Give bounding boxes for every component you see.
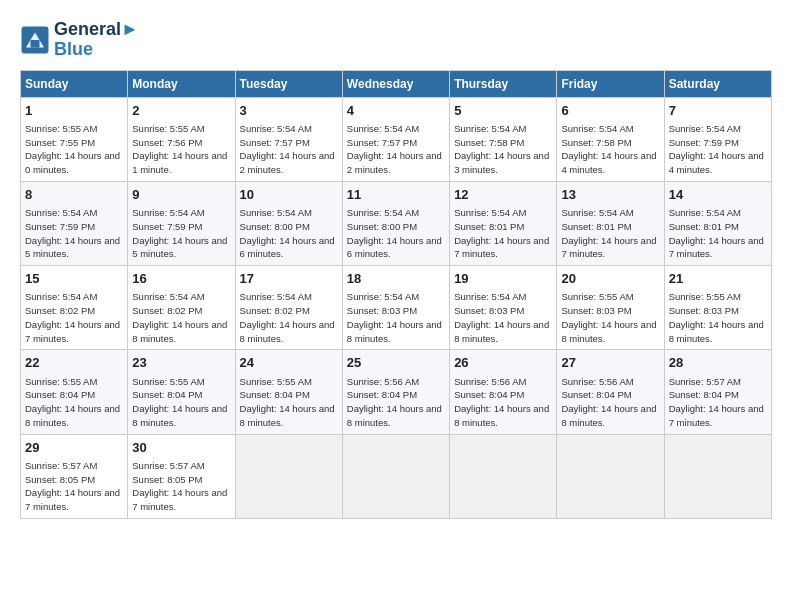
- day-info: Sunrise: 5:54 AM Sunset: 8:02 PM Dayligh…: [25, 290, 123, 345]
- sunrise-label: Sunrise: 5:54 AM: [132, 207, 204, 218]
- calendar-day-cell: [235, 434, 342, 518]
- day-number: 9: [132, 186, 230, 204]
- day-info: Sunrise: 5:55 AM Sunset: 8:03 PM Dayligh…: [561, 290, 659, 345]
- daylight-label: Daylight: 14 hours and 8 minutes.: [561, 319, 656, 344]
- day-info: Sunrise: 5:54 AM Sunset: 8:02 PM Dayligh…: [240, 290, 338, 345]
- calendar-day-cell: 21 Sunrise: 5:55 AM Sunset: 8:03 PM Dayl…: [664, 266, 771, 350]
- sunrise-label: Sunrise: 5:54 AM: [347, 207, 419, 218]
- daylight-label: Daylight: 14 hours and 4 minutes.: [669, 150, 764, 175]
- day-header-sunday: Sunday: [21, 70, 128, 97]
- day-info: Sunrise: 5:56 AM Sunset: 8:04 PM Dayligh…: [561, 375, 659, 430]
- day-number: 25: [347, 354, 445, 372]
- sunset-label: Sunset: 8:04 PM: [240, 389, 310, 400]
- sunset-label: Sunset: 8:00 PM: [347, 221, 417, 232]
- sunset-label: Sunset: 7:58 PM: [561, 137, 631, 148]
- day-number: 7: [669, 102, 767, 120]
- daylight-label: Daylight: 14 hours and 8 minutes.: [132, 403, 227, 428]
- svg-rect-2: [31, 40, 40, 48]
- day-number: 5: [454, 102, 552, 120]
- daylight-label: Daylight: 14 hours and 6 minutes.: [347, 235, 442, 260]
- sunrise-label: Sunrise: 5:57 AM: [132, 460, 204, 471]
- day-header-saturday: Saturday: [664, 70, 771, 97]
- day-number: 30: [132, 439, 230, 457]
- day-info: Sunrise: 5:54 AM Sunset: 7:58 PM Dayligh…: [454, 122, 552, 177]
- calendar-day-cell: 29 Sunrise: 5:57 AM Sunset: 8:05 PM Dayl…: [21, 434, 128, 518]
- day-number: 6: [561, 102, 659, 120]
- daylight-label: Daylight: 14 hours and 7 minutes.: [669, 235, 764, 260]
- sunrise-label: Sunrise: 5:54 AM: [454, 207, 526, 218]
- day-number: 23: [132, 354, 230, 372]
- day-info: Sunrise: 5:54 AM Sunset: 7:57 PM Dayligh…: [347, 122, 445, 177]
- daylight-label: Daylight: 14 hours and 5 minutes.: [132, 235, 227, 260]
- logo-icon: [20, 25, 50, 55]
- day-info: Sunrise: 5:56 AM Sunset: 8:04 PM Dayligh…: [454, 375, 552, 430]
- calendar-day-cell: [557, 434, 664, 518]
- daylight-label: Daylight: 14 hours and 7 minutes.: [561, 235, 656, 260]
- day-info: Sunrise: 5:54 AM Sunset: 7:59 PM Dayligh…: [25, 206, 123, 261]
- calendar-day-cell: 27 Sunrise: 5:56 AM Sunset: 8:04 PM Dayl…: [557, 350, 664, 434]
- daylight-label: Daylight: 14 hours and 8 minutes.: [347, 403, 442, 428]
- day-info: Sunrise: 5:54 AM Sunset: 8:03 PM Dayligh…: [454, 290, 552, 345]
- day-info: Sunrise: 5:55 AM Sunset: 7:56 PM Dayligh…: [132, 122, 230, 177]
- daylight-label: Daylight: 14 hours and 8 minutes.: [561, 403, 656, 428]
- sunrise-label: Sunrise: 5:54 AM: [347, 123, 419, 134]
- calendar-day-cell: 26 Sunrise: 5:56 AM Sunset: 8:04 PM Dayl…: [450, 350, 557, 434]
- day-header-monday: Monday: [128, 70, 235, 97]
- sunrise-label: Sunrise: 5:55 AM: [240, 376, 312, 387]
- daylight-label: Daylight: 14 hours and 2 minutes.: [347, 150, 442, 175]
- daylight-label: Daylight: 14 hours and 8 minutes.: [669, 319, 764, 344]
- logo: General► Blue: [20, 20, 139, 60]
- calendar-table: SundayMondayTuesdayWednesdayThursdayFrid…: [20, 70, 772, 519]
- day-info: Sunrise: 5:57 AM Sunset: 8:05 PM Dayligh…: [25, 459, 123, 514]
- day-number: 8: [25, 186, 123, 204]
- calendar-day-cell: 28 Sunrise: 5:57 AM Sunset: 8:04 PM Dayl…: [664, 350, 771, 434]
- sunrise-label: Sunrise: 5:55 AM: [669, 291, 741, 302]
- sunrise-label: Sunrise: 5:55 AM: [561, 291, 633, 302]
- sunset-label: Sunset: 8:01 PM: [561, 221, 631, 232]
- calendar-day-cell: 30 Sunrise: 5:57 AM Sunset: 8:05 PM Dayl…: [128, 434, 235, 518]
- calendar-day-cell: [664, 434, 771, 518]
- day-header-wednesday: Wednesday: [342, 70, 449, 97]
- sunrise-label: Sunrise: 5:54 AM: [454, 123, 526, 134]
- day-number: 1: [25, 102, 123, 120]
- daylight-label: Daylight: 14 hours and 7 minutes.: [25, 487, 120, 512]
- sunset-label: Sunset: 7:56 PM: [132, 137, 202, 148]
- daylight-label: Daylight: 14 hours and 5 minutes.: [25, 235, 120, 260]
- daylight-label: Daylight: 14 hours and 7 minutes.: [25, 319, 120, 344]
- sunset-label: Sunset: 7:57 PM: [347, 137, 417, 148]
- calendar-day-cell: 18 Sunrise: 5:54 AM Sunset: 8:03 PM Dayl…: [342, 266, 449, 350]
- day-info: Sunrise: 5:54 AM Sunset: 7:57 PM Dayligh…: [240, 122, 338, 177]
- day-info: Sunrise: 5:57 AM Sunset: 8:04 PM Dayligh…: [669, 375, 767, 430]
- daylight-label: Daylight: 14 hours and 3 minutes.: [454, 150, 549, 175]
- sunset-label: Sunset: 8:04 PM: [454, 389, 524, 400]
- sunrise-label: Sunrise: 5:54 AM: [454, 291, 526, 302]
- sunrise-label: Sunrise: 5:55 AM: [132, 376, 204, 387]
- day-info: Sunrise: 5:55 AM Sunset: 8:04 PM Dayligh…: [25, 375, 123, 430]
- calendar-day-cell: 3 Sunrise: 5:54 AM Sunset: 7:57 PM Dayli…: [235, 97, 342, 181]
- sunset-label: Sunset: 7:59 PM: [132, 221, 202, 232]
- sunrise-label: Sunrise: 5:55 AM: [25, 376, 97, 387]
- sunset-label: Sunset: 7:59 PM: [25, 221, 95, 232]
- calendar-week-row: 8 Sunrise: 5:54 AM Sunset: 7:59 PM Dayli…: [21, 181, 772, 265]
- day-info: Sunrise: 5:55 AM Sunset: 7:55 PM Dayligh…: [25, 122, 123, 177]
- sunset-label: Sunset: 8:01 PM: [669, 221, 739, 232]
- calendar-day-cell: 7 Sunrise: 5:54 AM Sunset: 7:59 PM Dayli…: [664, 97, 771, 181]
- day-info: Sunrise: 5:57 AM Sunset: 8:05 PM Dayligh…: [132, 459, 230, 514]
- day-number: 20: [561, 270, 659, 288]
- day-number: 17: [240, 270, 338, 288]
- day-number: 29: [25, 439, 123, 457]
- sunset-label: Sunset: 8:03 PM: [669, 305, 739, 316]
- calendar-day-cell: 11 Sunrise: 5:54 AM Sunset: 8:00 PM Dayl…: [342, 181, 449, 265]
- calendar-day-cell: 12 Sunrise: 5:54 AM Sunset: 8:01 PM Dayl…: [450, 181, 557, 265]
- day-header-friday: Friday: [557, 70, 664, 97]
- daylight-label: Daylight: 14 hours and 7 minutes.: [132, 487, 227, 512]
- calendar-day-cell: 8 Sunrise: 5:54 AM Sunset: 7:59 PM Dayli…: [21, 181, 128, 265]
- day-info: Sunrise: 5:54 AM Sunset: 8:03 PM Dayligh…: [347, 290, 445, 345]
- sunset-label: Sunset: 8:04 PM: [132, 389, 202, 400]
- sunrise-label: Sunrise: 5:54 AM: [669, 207, 741, 218]
- sunset-label: Sunset: 8:03 PM: [561, 305, 631, 316]
- sunrise-label: Sunrise: 5:56 AM: [561, 376, 633, 387]
- daylight-label: Daylight: 14 hours and 7 minutes.: [454, 235, 549, 260]
- day-info: Sunrise: 5:54 AM Sunset: 8:01 PM Dayligh…: [669, 206, 767, 261]
- sunrise-label: Sunrise: 5:57 AM: [669, 376, 741, 387]
